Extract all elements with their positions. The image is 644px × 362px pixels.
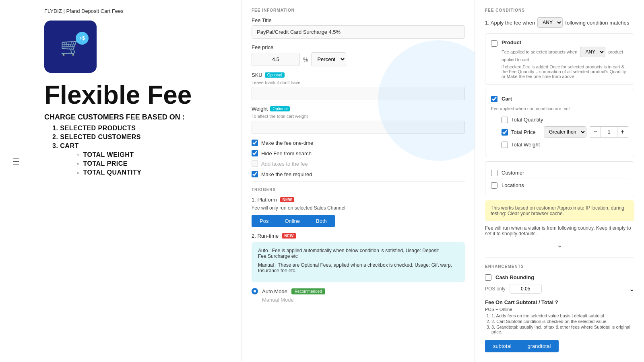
feature-3: 3. CART: [52, 142, 229, 150]
pos-only-arrow-icon[interactable]: ⌄: [629, 285, 634, 293]
weight-label: Weight Optional: [252, 106, 465, 112]
cash-rounding-label: Cash Rounding: [495, 274, 534, 280]
info-box-yellow: This works based on customer Approximate…: [485, 200, 634, 221]
fee-on-cart-title: Fee On Cart Subtotal / Total ?: [485, 299, 634, 305]
stepper-minus-button[interactable]: −: [590, 126, 601, 138]
auto-desc: Auto : Fee is applied automatically when…: [258, 248, 458, 259]
sku-hint: Leave blank if don't have: [252, 80, 465, 85]
main-left-panel: FLYDIZ | Pfand Deposit Cart Fees 🛒 +$ Fl…: [32, 0, 242, 362]
fee-title-input[interactable]: [252, 25, 465, 39]
product-checkbox[interactable]: [491, 40, 497, 47]
sub-feature-list: TOTAL WEIGHT TOTAL PRICE TOTAL QUANTITY: [52, 151, 229, 176]
locations-row: Locations: [491, 179, 628, 191]
breadcrumb-flydiz[interactable]: FLYDIZ | Pfand Deposit: [44, 8, 99, 14]
total-quantity-checkbox[interactable]: [502, 117, 508, 123]
add-taxes-row: Add taxes to the fee: [252, 160, 465, 167]
cart-checkbox[interactable]: [491, 96, 497, 102]
product-condition-title: Product: [502, 39, 628, 45]
cart-desc: Fee applied when cart condition are met: [491, 106, 628, 111]
locations-label: Locations: [502, 182, 524, 188]
runtime-row: 2. Run-time NEW: [252, 233, 465, 239]
info-box-text: This works based on customer Approximate…: [491, 205, 629, 216]
total-price-controls: Greater then Less then Equal to − 1 +: [544, 126, 628, 138]
recommended-badge: Recommended: [291, 288, 325, 294]
total-price-checkbox[interactable]: [502, 129, 508, 136]
product-condition-desc: Fee applied to selected products when AN…: [502, 47, 628, 62]
manual-mode-label: Manual Mode: [252, 297, 465, 303]
product-any-select[interactable]: ANY: [580, 47, 605, 57]
stepper-plus-button[interactable]: +: [617, 126, 628, 138]
greater-then-select[interactable]: Greater then Less then Equal to: [544, 126, 586, 138]
channel-online-button[interactable]: Online: [277, 215, 308, 227]
cart-condition-block: Cart Fee applied when cart condition are…: [485, 89, 634, 157]
weight-optional-badge: Optional: [270, 106, 290, 111]
middle-panel: FEE INFORMATION Fee Title Fee price % Pe…: [242, 0, 475, 362]
add-taxes-checkbox[interactable]: [252, 160, 258, 167]
channel-btn-group: Pos Online Both: [252, 215, 465, 227]
pos-only-row: POS only ⌄: [485, 284, 634, 294]
make-required-label: Make the fee required: [261, 171, 312, 177]
platform-label: 1. Platform: [252, 197, 277, 203]
platform-hint: Fee will only run on selected Sales Chan…: [252, 205, 465, 211]
weight-input[interactable]: [252, 121, 465, 134]
subtotal-points: 1. Adds fees on the selected value basis…: [485, 313, 634, 334]
make-one-time-checkbox[interactable]: [252, 140, 258, 146]
hide-fee-row: Hide Fee from search: [252, 150, 465, 156]
stepper-value: 1: [601, 126, 617, 138]
grandtotal-button[interactable]: grandtotal: [520, 340, 559, 352]
make-one-time-row: Make the fee one-time: [252, 140, 465, 146]
auto-mode-radio[interactable]: [252, 288, 258, 294]
hide-fee-checkbox[interactable]: [252, 150, 258, 156]
dropdown-arrow-icon[interactable]: ⌄: [557, 241, 563, 249]
sub-feature-3: TOTAL QUANTITY: [76, 169, 229, 176]
condition-any-select[interactable]: ANY ALL: [537, 17, 563, 28]
total-weight-row: Total Weight: [502, 141, 628, 148]
sku-input[interactable]: [252, 87, 465, 100]
channel-pos-button[interactable]: Pos: [252, 215, 277, 227]
auto-mode-label: Auto Mode: [262, 288, 287, 294]
cart-title: Cart: [502, 96, 512, 102]
weight-hint: To affect the total cart weight: [252, 114, 465, 119]
subtotal-point-3: 3. Grandtotal: usually incl. of tax & ot…: [491, 325, 634, 334]
fee-info-label: FEE INFORMATION: [252, 8, 465, 12]
hero-headline: Flexible Fee: [44, 81, 229, 109]
fee-price-row: % Percent Fixed: [252, 52, 465, 66]
total-price-row: Total Price Greater then Less then Equal…: [502, 126, 628, 138]
fee-price-input[interactable]: [252, 53, 300, 66]
fee-price-group: Fee price % Percent Fixed: [252, 44, 465, 66]
menu-icon[interactable]: ☰: [12, 157, 20, 167]
breadcrumb-cart-fees[interactable]: Cart Fees: [101, 8, 124, 14]
breadcrumb: FLYDIZ | Pfand Deposit Cart Fees: [44, 8, 229, 14]
subtotal-point-2: 2. Cart Subtotal condition is checked on…: [491, 319, 634, 324]
cash-rounding-checkbox[interactable]: [485, 274, 491, 281]
customer-checkbox[interactable]: [491, 170, 497, 176]
make-required-checkbox[interactable]: [252, 171, 258, 177]
platform-row: 1. Platform NEW: [252, 197, 465, 203]
total-weight-checkbox[interactable]: [502, 142, 508, 148]
cart-header-row: Cart: [491, 95, 628, 102]
sku-label: SKU Optional: [252, 72, 465, 78]
locations-checkbox[interactable]: [491, 182, 497, 189]
sku-optional-badge: Optional: [265, 72, 285, 78]
sku-group: SKU Optional Leave blank if don't have: [252, 72, 465, 100]
sub-feature-1: TOTAL WEIGHT: [76, 151, 229, 158]
cash-rounding-row: Cash Rounding: [485, 274, 634, 281]
product-condition-row: Product Fee applied to selected products…: [491, 39, 628, 79]
auto-mode-row[interactable]: Auto Mode Recommended: [252, 288, 465, 294]
condition-intro-prefix: 1. Apply the fee when: [485, 20, 535, 26]
channel-both-button[interactable]: Both: [308, 215, 335, 227]
pos-only-input[interactable]: [510, 284, 542, 294]
runtime-new-badge: NEW: [282, 233, 296, 239]
fee-price-type-select[interactable]: Percent Fixed: [311, 52, 346, 66]
enhancements-section: ENHANCEMENTS Cash Rounding POS only ⌄ Fe…: [485, 257, 634, 352]
runtime-info-box: Auto : Fee is applied automatically when…: [252, 242, 465, 282]
right-panel: FEE CONDITIONS 1. Apply the fee when ANY…: [475, 0, 644, 362]
customer-row: Customer: [491, 167, 628, 179]
runtime-label: 2. Run-time: [252, 233, 279, 239]
fee-title-label: Fee Title: [252, 17, 465, 23]
subtotal-button[interactable]: subtotal: [485, 340, 520, 352]
cart-subtotal-block: Fee On Cart Subtotal / Total ? POS + Onl…: [485, 299, 634, 334]
total-weight-label: Total Weight: [511, 142, 628, 148]
total-quantity-label: Total Quantity: [511, 117, 628, 123]
total-price-stepper: − 1 +: [590, 126, 628, 138]
